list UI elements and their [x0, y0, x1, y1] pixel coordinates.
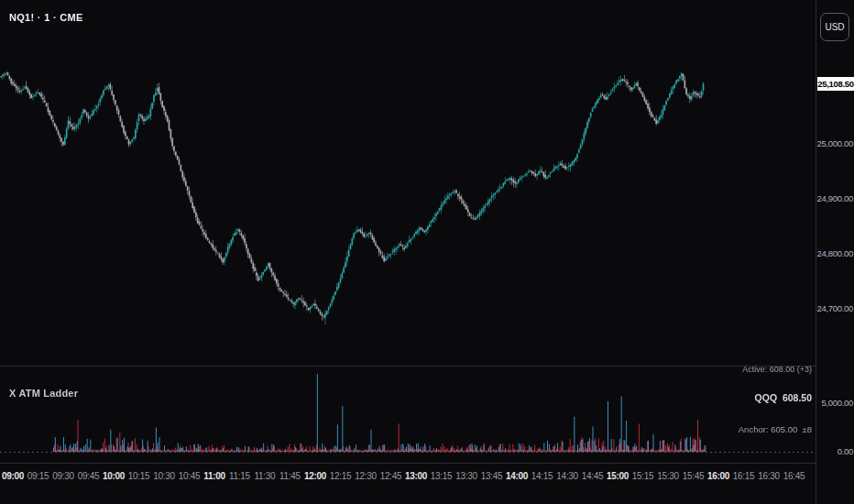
- volume-tick-label: 5,000.00: [816, 398, 854, 409]
- anchor-strike-label: Anchor: 605.00 ±8: [739, 424, 812, 434]
- price-tick-label: 24,900.00: [816, 193, 854, 204]
- time-tick-label: 16:45: [779, 471, 810, 481]
- pane-divider[interactable]: [0, 366, 854, 367]
- volume-tick-label: 0.00: [816, 446, 854, 457]
- trading-chart-window: NQ1! · 1 · CME X ATM Ladder Active: 608.…: [0, 0, 854, 504]
- symbol-title[interactable]: NQ1! · 1 · CME: [9, 12, 83, 23]
- chart-canvas[interactable]: [0, 0, 816, 463]
- active-strike-label: Active: 608.00 (+3): [742, 365, 812, 374]
- price-tick-label: 24,800.00: [816, 248, 854, 259]
- price-tick-label: 25,000.00: [816, 138, 854, 149]
- time-axis[interactable]: 09:0009:1509:3009:4510:0010:1510:3010:45…: [0, 464, 816, 504]
- qqq-price-label: QQQ 608.50: [755, 392, 812, 403]
- currency-button[interactable]: USD: [820, 13, 849, 41]
- last-price-label: 25,108.50: [817, 77, 854, 91]
- indicator-title-atm-ladder[interactable]: X ATM Ladder: [9, 388, 78, 399]
- price-tick-label: 24,700.00: [816, 303, 854, 314]
- price-axis[interactable]: USD 25,108.50 25,000.0024,900.0024,800.0…: [816, 0, 854, 504]
